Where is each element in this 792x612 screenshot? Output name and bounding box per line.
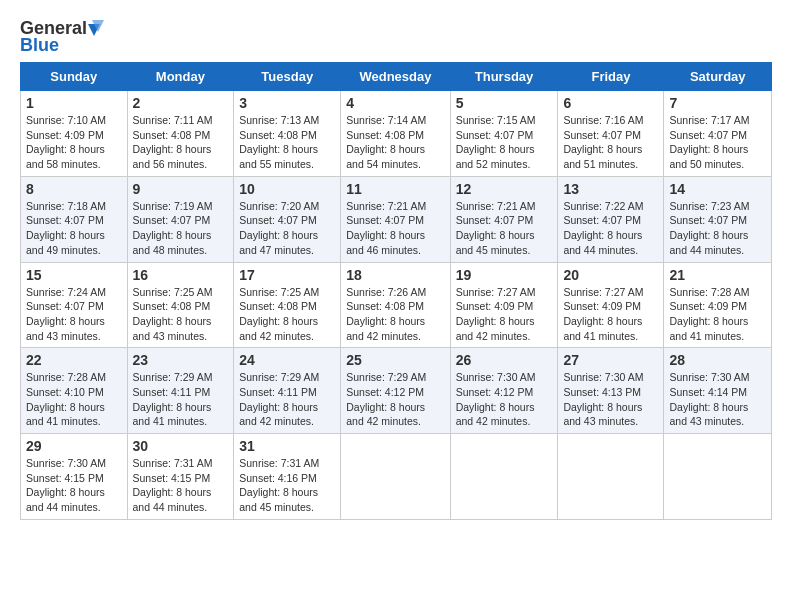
calendar-header-row: SundayMondayTuesdayWednesdayThursdayFrid… xyxy=(21,63,772,91)
day-info: Sunrise: 7:25 AM Sunset: 4:08 PM Dayligh… xyxy=(239,285,335,344)
calendar-cell: 19 Sunrise: 7:27 AM Sunset: 4:09 PM Dayl… xyxy=(450,262,558,348)
logo-svg: General Blue xyxy=(20,16,110,54)
calendar-cell: 16 Sunrise: 7:25 AM Sunset: 4:08 PM Dayl… xyxy=(127,262,234,348)
calendar-cell: 11 Sunrise: 7:21 AM Sunset: 4:07 PM Dayl… xyxy=(341,176,450,262)
day-number: 9 xyxy=(133,181,229,197)
day-number: 8 xyxy=(26,181,122,197)
day-info: Sunrise: 7:31 AM Sunset: 4:15 PM Dayligh… xyxy=(133,456,229,515)
day-header-sunday: Sunday xyxy=(21,63,128,91)
page-header: General Blue xyxy=(20,16,772,54)
calendar-cell: 14 Sunrise: 7:23 AM Sunset: 4:07 PM Dayl… xyxy=(664,176,772,262)
day-number: 18 xyxy=(346,267,444,283)
day-info: Sunrise: 7:29 AM Sunset: 4:11 PM Dayligh… xyxy=(239,370,335,429)
day-number: 26 xyxy=(456,352,553,368)
day-number: 31 xyxy=(239,438,335,454)
day-number: 28 xyxy=(669,352,766,368)
calendar-cell: 30 Sunrise: 7:31 AM Sunset: 4:15 PM Dayl… xyxy=(127,434,234,520)
day-info: Sunrise: 7:22 AM Sunset: 4:07 PM Dayligh… xyxy=(563,199,658,258)
day-number: 24 xyxy=(239,352,335,368)
calendar-cell: 31 Sunrise: 7:31 AM Sunset: 4:16 PM Dayl… xyxy=(234,434,341,520)
calendar-cell xyxy=(558,434,664,520)
day-info: Sunrise: 7:30 AM Sunset: 4:14 PM Dayligh… xyxy=(669,370,766,429)
calendar-cell: 22 Sunrise: 7:28 AM Sunset: 4:10 PM Dayl… xyxy=(21,348,128,434)
day-number: 5 xyxy=(456,95,553,111)
day-info: Sunrise: 7:13 AM Sunset: 4:08 PM Dayligh… xyxy=(239,113,335,172)
calendar-week-2: 8 Sunrise: 7:18 AM Sunset: 4:07 PM Dayli… xyxy=(21,176,772,262)
day-info: Sunrise: 7:28 AM Sunset: 4:10 PM Dayligh… xyxy=(26,370,122,429)
day-info: Sunrise: 7:31 AM Sunset: 4:16 PM Dayligh… xyxy=(239,456,335,515)
day-header-tuesday: Tuesday xyxy=(234,63,341,91)
svg-text:Blue: Blue xyxy=(20,35,59,54)
calendar-cell xyxy=(664,434,772,520)
day-number: 12 xyxy=(456,181,553,197)
calendar-week-1: 1 Sunrise: 7:10 AM Sunset: 4:09 PM Dayli… xyxy=(21,91,772,177)
logo: General Blue xyxy=(20,16,110,54)
calendar-cell: 25 Sunrise: 7:29 AM Sunset: 4:12 PM Dayl… xyxy=(341,348,450,434)
calendar-week-5: 29 Sunrise: 7:30 AM Sunset: 4:15 PM Dayl… xyxy=(21,434,772,520)
day-info: Sunrise: 7:29 AM Sunset: 4:11 PM Dayligh… xyxy=(133,370,229,429)
calendar-cell: 28 Sunrise: 7:30 AM Sunset: 4:14 PM Dayl… xyxy=(664,348,772,434)
day-info: Sunrise: 7:30 AM Sunset: 4:15 PM Dayligh… xyxy=(26,456,122,515)
day-info: Sunrise: 7:27 AM Sunset: 4:09 PM Dayligh… xyxy=(563,285,658,344)
day-header-friday: Friday xyxy=(558,63,664,91)
day-number: 27 xyxy=(563,352,658,368)
day-number: 16 xyxy=(133,267,229,283)
day-number: 19 xyxy=(456,267,553,283)
calendar-cell: 8 Sunrise: 7:18 AM Sunset: 4:07 PM Dayli… xyxy=(21,176,128,262)
day-info: Sunrise: 7:16 AM Sunset: 4:07 PM Dayligh… xyxy=(563,113,658,172)
day-number: 2 xyxy=(133,95,229,111)
day-info: Sunrise: 7:30 AM Sunset: 4:12 PM Dayligh… xyxy=(456,370,553,429)
day-number: 13 xyxy=(563,181,658,197)
day-info: Sunrise: 7:14 AM Sunset: 4:08 PM Dayligh… xyxy=(346,113,444,172)
calendar-cell: 5 Sunrise: 7:15 AM Sunset: 4:07 PM Dayli… xyxy=(450,91,558,177)
day-number: 22 xyxy=(26,352,122,368)
calendar-cell: 12 Sunrise: 7:21 AM Sunset: 4:07 PM Dayl… xyxy=(450,176,558,262)
calendar-cell: 15 Sunrise: 7:24 AM Sunset: 4:07 PM Dayl… xyxy=(21,262,128,348)
calendar-cell: 24 Sunrise: 7:29 AM Sunset: 4:11 PM Dayl… xyxy=(234,348,341,434)
day-number: 21 xyxy=(669,267,766,283)
day-number: 3 xyxy=(239,95,335,111)
calendar-cell: 3 Sunrise: 7:13 AM Sunset: 4:08 PM Dayli… xyxy=(234,91,341,177)
calendar-cell: 6 Sunrise: 7:16 AM Sunset: 4:07 PM Dayli… xyxy=(558,91,664,177)
day-info: Sunrise: 7:10 AM Sunset: 4:09 PM Dayligh… xyxy=(26,113,122,172)
day-number: 6 xyxy=(563,95,658,111)
calendar-cell: 10 Sunrise: 7:20 AM Sunset: 4:07 PM Dayl… xyxy=(234,176,341,262)
calendar-table: SundayMondayTuesdayWednesdayThursdayFrid… xyxy=(20,62,772,520)
calendar-week-4: 22 Sunrise: 7:28 AM Sunset: 4:10 PM Dayl… xyxy=(21,348,772,434)
calendar-cell: 29 Sunrise: 7:30 AM Sunset: 4:15 PM Dayl… xyxy=(21,434,128,520)
day-info: Sunrise: 7:29 AM Sunset: 4:12 PM Dayligh… xyxy=(346,370,444,429)
day-number: 17 xyxy=(239,267,335,283)
day-info: Sunrise: 7:25 AM Sunset: 4:08 PM Dayligh… xyxy=(133,285,229,344)
day-info: Sunrise: 7:11 AM Sunset: 4:08 PM Dayligh… xyxy=(133,113,229,172)
day-number: 30 xyxy=(133,438,229,454)
day-number: 20 xyxy=(563,267,658,283)
day-number: 15 xyxy=(26,267,122,283)
day-header-saturday: Saturday xyxy=(664,63,772,91)
calendar-cell xyxy=(450,434,558,520)
calendar-cell xyxy=(341,434,450,520)
calendar-cell: 9 Sunrise: 7:19 AM Sunset: 4:07 PM Dayli… xyxy=(127,176,234,262)
day-info: Sunrise: 7:30 AM Sunset: 4:13 PM Dayligh… xyxy=(563,370,658,429)
day-info: Sunrise: 7:21 AM Sunset: 4:07 PM Dayligh… xyxy=(346,199,444,258)
calendar-cell: 23 Sunrise: 7:29 AM Sunset: 4:11 PM Dayl… xyxy=(127,348,234,434)
day-number: 10 xyxy=(239,181,335,197)
day-info: Sunrise: 7:23 AM Sunset: 4:07 PM Dayligh… xyxy=(669,199,766,258)
day-number: 7 xyxy=(669,95,766,111)
calendar-cell: 13 Sunrise: 7:22 AM Sunset: 4:07 PM Dayl… xyxy=(558,176,664,262)
day-info: Sunrise: 7:27 AM Sunset: 4:09 PM Dayligh… xyxy=(456,285,553,344)
calendar-week-3: 15 Sunrise: 7:24 AM Sunset: 4:07 PM Dayl… xyxy=(21,262,772,348)
day-header-thursday: Thursday xyxy=(450,63,558,91)
day-number: 14 xyxy=(669,181,766,197)
day-number: 11 xyxy=(346,181,444,197)
day-info: Sunrise: 7:21 AM Sunset: 4:07 PM Dayligh… xyxy=(456,199,553,258)
day-info: Sunrise: 7:18 AM Sunset: 4:07 PM Dayligh… xyxy=(26,199,122,258)
calendar-cell: 1 Sunrise: 7:10 AM Sunset: 4:09 PM Dayli… xyxy=(21,91,128,177)
day-info: Sunrise: 7:24 AM Sunset: 4:07 PM Dayligh… xyxy=(26,285,122,344)
day-info: Sunrise: 7:17 AM Sunset: 4:07 PM Dayligh… xyxy=(669,113,766,172)
day-info: Sunrise: 7:28 AM Sunset: 4:09 PM Dayligh… xyxy=(669,285,766,344)
day-info: Sunrise: 7:15 AM Sunset: 4:07 PM Dayligh… xyxy=(456,113,553,172)
day-info: Sunrise: 7:19 AM Sunset: 4:07 PM Dayligh… xyxy=(133,199,229,258)
calendar-cell: 20 Sunrise: 7:27 AM Sunset: 4:09 PM Dayl… xyxy=(558,262,664,348)
calendar-cell: 7 Sunrise: 7:17 AM Sunset: 4:07 PM Dayli… xyxy=(664,91,772,177)
calendar-cell: 2 Sunrise: 7:11 AM Sunset: 4:08 PM Dayli… xyxy=(127,91,234,177)
